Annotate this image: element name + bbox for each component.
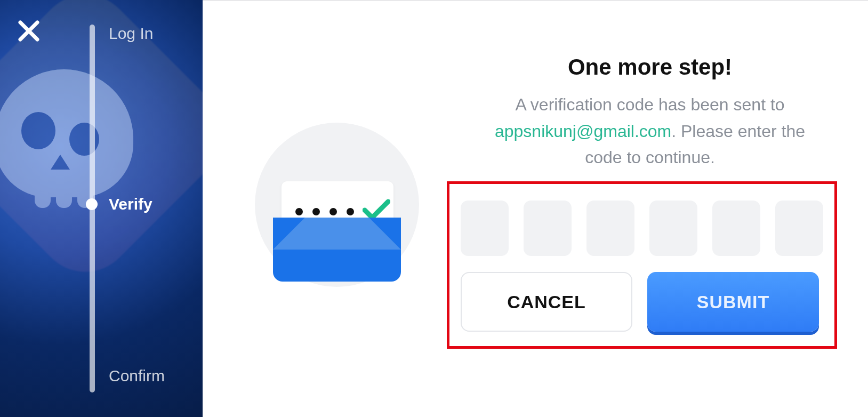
verify-email: appsnikunj@gmail.com — [495, 122, 671, 141]
code-digit-6[interactable] — [775, 201, 823, 256]
step-login: Log In — [109, 25, 153, 43]
content-pane: One more step! A verification code has b… — [203, 0, 868, 417]
code-digit-5[interactable] — [712, 201, 760, 256]
verify-subtext: A verification code has been sent to app… — [480, 92, 820, 171]
code-digit-1[interactable] — [461, 201, 509, 256]
verify-button-row: CANCEL SUBMIT — [461, 272, 819, 332]
step-verify: Verify — [109, 195, 152, 213]
verify-body-prefix: A verification code has been sent to — [515, 95, 784, 114]
envelope-flap-icon — [273, 218, 401, 255]
submit-button[interactable]: SUBMIT — [647, 272, 819, 332]
verification-illustration — [255, 123, 419, 287]
cancel-button[interactable]: CANCEL — [461, 272, 632, 332]
close-icon — [16, 36, 42, 45]
code-digit-3[interactable] — [586, 201, 634, 256]
verify-headline: One more step! — [448, 54, 852, 80]
code-digit-4[interactable] — [649, 201, 697, 256]
close-button[interactable] — [16, 18, 46, 48]
step-indicator-dot — [86, 198, 98, 210]
step-confirm: Confirm — [109, 367, 165, 385]
sidebar: Log In Verify Confirm — [0, 0, 203, 417]
code-digit-2[interactable] — [524, 201, 572, 256]
code-input-row — [461, 201, 823, 256]
